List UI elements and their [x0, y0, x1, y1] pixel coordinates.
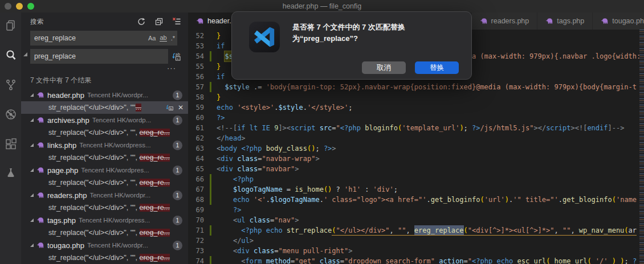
whole-word-icon[interactable]: ab	[160, 35, 166, 42]
gutter-spacer	[210, 205, 211, 215]
gutter-spacer	[210, 246, 211, 256]
regex-icon[interactable]: .*	[171, 35, 175, 42]
match-count-badge: 1	[173, 166, 182, 175]
file-row-page.php[interactable]: page.phpTencent HK/wordpres...1	[21, 164, 188, 176]
gutter-spacer	[210, 61, 211, 72]
code-line-74: 74 <form method="get" class="dropdown se…	[188, 256, 639, 264]
toggle-replace-icon[interactable]	[23, 52, 27, 56]
source-control-icon[interactable]	[3, 77, 18, 92]
dialog-message-line2: 为“preg_replace”?	[292, 33, 405, 44]
expand-twisty-icon[interactable]	[30, 143, 34, 147]
replace-input[interactable]	[30, 49, 168, 64]
expand-twisty-icon[interactable]	[30, 193, 34, 197]
gutter-spacer	[210, 92, 211, 102]
tests-icon[interactable]	[3, 166, 18, 181]
file-name: header.php	[47, 91, 84, 100]
file-row-tougao.php[interactable]: tougao.phpTencent HK/wordpr...1	[21, 239, 188, 251]
php-icon	[545, 17, 553, 25]
tab-readers.php[interactable]: readers.php	[472, 13, 538, 30]
file-row-archives.php[interactable]: archives.phpTencent HK/wordp...1	[21, 114, 188, 126]
gutter-spacer	[210, 72, 211, 82]
code-line-72: 72 </ul>	[188, 236, 639, 246]
match-row-tougao.php[interactable]: str_replace("</ul></div>", "", ereg_re..…	[21, 251, 188, 264]
php-icon	[36, 91, 44, 99]
line-number: 54	[188, 51, 210, 61]
code-line-64: 64<div class="navbar-wrap">	[188, 154, 639, 164]
expand-twisty-icon[interactable]	[30, 118, 34, 122]
titlebar: header.php — file_config	[0, 0, 644, 13]
expand-twisty-icon[interactable]	[30, 168, 34, 172]
match-row-actions: b✕	[162, 104, 184, 112]
explorer-icon[interactable]	[3, 18, 18, 33]
match-text: str_replace("</ul></div>", "",	[48, 204, 140, 212]
php-icon	[36, 166, 44, 174]
code-line-61: 61<!--[if lt IE 9]><script src="<?php bl…	[188, 123, 639, 133]
clear-search-results-icon[interactable]	[172, 17, 181, 26]
code-line-67: 67 $logoTagName = is_home() ? 'h1' : 'di…	[188, 184, 639, 195]
php-icon	[36, 216, 44, 224]
gutter-spacer	[210, 143, 211, 154]
match-removed-text: ereg_re...	[140, 129, 170, 137]
search-results: header.phpTencent HK/wordpr...1str_repla…	[21, 89, 188, 264]
expand-twisty-icon[interactable]	[30, 93, 34, 97]
match-row-archives.php[interactable]: str_replace("</ul></div>", "", ereg_re..…	[21, 126, 188, 139]
line-number: 59	[188, 102, 210, 113]
activity-bar	[0, 13, 21, 264]
toggle-search-details-icon[interactable]: ···	[30, 65, 177, 72]
tab-label: tags.php	[557, 17, 584, 25]
php-icon	[480, 17, 488, 25]
file-path: Tencent HK/wordpr...	[87, 242, 170, 249]
cancel-button[interactable]: 取消	[362, 61, 406, 74]
replace-match-icon[interactable]: b	[165, 104, 174, 112]
php-icon	[36, 241, 44, 249]
match-text: str_replace("</ul></div>", "",	[48, 179, 140, 187]
match-row-readers.php[interactable]: str_replace("</ul></div>", "", ereg_re..…	[21, 201, 188, 214]
file-row-tags.php[interactable]: tags.phpTencent HK/wordpress...1	[21, 214, 188, 226]
match-text: str_replace("</ul></div>", "",	[48, 154, 140, 162]
tab-label: tougao.php	[612, 17, 644, 25]
refresh-icon[interactable]	[137, 17, 146, 26]
match-case-icon[interactable]: Aa	[148, 35, 156, 42]
search-input-box: Aa ab .*	[30, 31, 177, 46]
code-line-58: 58}	[188, 92, 639, 102]
match-text: str_replace("</ul></div>", ""	[48, 104, 136, 112]
file-row-readers.php[interactable]: readers.phpTencent HK/wordpr...1	[21, 189, 188, 201]
dismiss-match-icon[interactable]: ✕	[178, 104, 184, 111]
gutter-spacer	[210, 102, 211, 113]
expand-twisty-icon[interactable]	[30, 244, 34, 247]
collapse-all-icon[interactable]	[154, 17, 164, 26]
replace-row: ab c	[30, 49, 188, 64]
extensions-icon[interactable]	[3, 137, 18, 151]
dialog-message: 是否将 7 个文件中的 7 次匹配替换 为“preg_replace”?	[292, 22, 405, 44]
tab-tougao.php[interactable]: tougao.php	[593, 13, 644, 30]
line-number: 58	[188, 92, 210, 102]
line-number: 64	[188, 154, 210, 164]
match-row-tags.php[interactable]: str_replace("</ul></div>", "", ereg_re..…	[21, 226, 188, 239]
line-number: 73	[188, 246, 210, 256]
search-panel-title: 搜索	[30, 18, 44, 26]
minimap[interactable]	[639, 30, 644, 264]
match-row-links.php[interactable]: str_replace("</ul></div>", "", ereg_re..…	[21, 151, 188, 164]
file-path: Tencent HK/wordpress...	[79, 217, 170, 224]
replace-all-icon[interactable]: ab c	[172, 52, 182, 61]
file-row-header.php[interactable]: header.phpTencent HK/wordpr...1	[21, 89, 188, 101]
git-modified-gutter	[210, 225, 211, 236]
file-row-links.php[interactable]: links.phpTencent HK/wordpress...1	[21, 139, 188, 151]
match-row-header.php[interactable]: str_replace("</ul></div>", ""...b✕	[21, 101, 188, 114]
match-removed-text: ereg_re...	[140, 179, 170, 187]
expand-twisty-icon[interactable]	[30, 218, 34, 222]
git-modified-gutter	[210, 51, 211, 61]
search-icon[interactable]	[3, 48, 18, 63]
search-panel-actions	[137, 17, 181, 26]
replace-button[interactable]: 替换	[415, 61, 459, 74]
gutter-spacer	[210, 164, 211, 174]
tab-tags.php[interactable]: tags.php	[537, 13, 593, 30]
file-path: Tencent HK/wordpr...	[89, 192, 170, 199]
php-icon	[36, 116, 44, 124]
match-row-page.php[interactable]: str_replace("</ul></div>", "", ereg_re..…	[21, 176, 188, 189]
match-removed-text: ereg_re...	[140, 229, 170, 237]
debug-icon[interactable]	[3, 107, 18, 122]
search-results-summary: 7 文件中有 7 个结果	[21, 72, 188, 89]
replace-input-box	[30, 49, 168, 64]
git-modified-gutter	[210, 174, 211, 184]
